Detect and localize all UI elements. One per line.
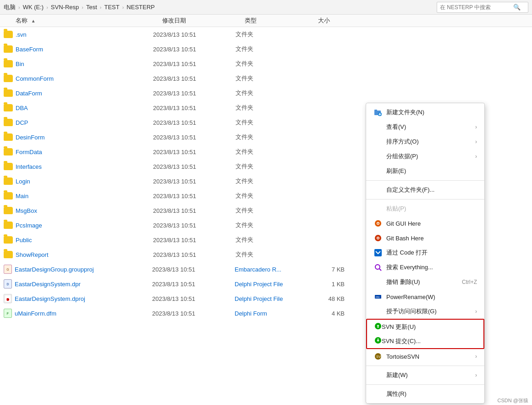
cell-name: .svn (16, 31, 153, 38)
svg-rect-14 (374, 249, 382, 256)
cell-type: 文件夹 (236, 192, 309, 200)
file-icon-dpr: D (4, 279, 12, 288)
col-header-name[interactable]: 名称 ▲ (16, 17, 162, 25)
group-arrow: › (475, 153, 477, 160)
menu-item-undo-delete[interactable]: 撤销 删除(U) Ctrl+Z (366, 275, 484, 289)
cell-name: uMainForm.dfm (15, 310, 152, 317)
folder-icon (4, 236, 13, 244)
menu-item-sort[interactable]: 排序方式(O) › (366, 134, 484, 149)
menu-item-view[interactable]: 查看(V) › (366, 120, 484, 134)
cell-type: 文件夹 (236, 148, 309, 156)
cell-type: 文件夹 (236, 60, 309, 68)
menu-item-git-bash[interactable]: Git Bash Here (366, 231, 484, 245)
menu-item-git-gui[interactable]: Git GUI Here (366, 216, 484, 231)
customize-icon (373, 185, 383, 194)
folder-icon (4, 31, 13, 38)
cell-name: Interfaces (16, 163, 153, 170)
menu-item-refresh[interactable]: 刷新(E) (366, 164, 484, 178)
cell-type: 文件夹 (236, 45, 309, 53)
menu-label-vscode: 通过 Code 打开 (386, 249, 477, 257)
menu-item-tortoisesvn[interactable]: SVN TortoiseSVN › (366, 349, 484, 364)
cell-type: Delphi Project File (235, 281, 308, 288)
menu-sep-4 (366, 384, 484, 385)
menu-item-power-rename[interactable]: PR PowerRename(W) (366, 289, 484, 304)
breadcrumb-item-1[interactable]: WK (E:) (23, 4, 44, 11)
menu-item-new-folder[interactable]: 新建文件夹(N) (366, 105, 484, 120)
svg-rect-4 (374, 110, 377, 111)
cell-name: EastarDesignGroup.groupproj (15, 266, 152, 273)
menu-label-view: 查看(V) (386, 123, 475, 131)
file-row[interactable]: .svn 2023/8/13 10:51 文件夹 (0, 27, 532, 42)
folder-icon (4, 133, 13, 141)
svg-line-16 (379, 269, 381, 271)
file-row[interactable]: DataForm 2023/8/13 10:51 文件夹 (0, 86, 532, 100)
col-header-size[interactable]: 大小 (318, 17, 355, 25)
menu-label-access: 授予访问问权限(G) (386, 307, 475, 316)
col-header-type[interactable]: 类型 (245, 17, 318, 25)
menu-item-vscode[interactable]: 通过 Code 打开 (366, 245, 484, 260)
menu-sep-1 (366, 180, 484, 181)
cell-date: 2023/8/13 10:51 (152, 295, 235, 302)
file-row[interactable]: BaseForm 2023/8/13 10:51 文件夹 (0, 42, 532, 56)
svg-point-15 (375, 265, 380, 269)
breadcrumb-item-5[interactable]: NESTERP (126, 4, 154, 11)
svg-point-13 (378, 238, 379, 239)
cell-type: Embarcadero R... (235, 266, 308, 273)
menu-item-everything[interactable]: 搜索 Everything... (366, 260, 484, 275)
breadcrumb-item-3[interactable]: Test (86, 4, 97, 11)
cell-name: BaseForm (16, 46, 153, 53)
cell-name: Login (16, 178, 153, 185)
menu-label-paste: 粘贴(P) (386, 205, 477, 213)
file-row[interactable]: Bin 2023/8/13 10:51 文件夹 (0, 56, 532, 71)
menu-label-sort: 排序方式(O) (386, 138, 475, 146)
cell-type: Delphi Form (235, 310, 308, 317)
cell-date: 2023/8/13 10:51 (153, 46, 236, 53)
menu-label-everything: 搜索 Everything... (386, 263, 477, 272)
cell-date: 2023/8/13 10:51 (153, 193, 236, 200)
cell-name: ShowReport (16, 251, 153, 258)
undo-icon (373, 277, 383, 287)
col-header-date[interactable]: 修改日期 (162, 17, 245, 25)
cell-name: DCP (16, 119, 153, 126)
file-row[interactable]: CommonForm 2023/8/13 10:51 文件夹 (0, 71, 532, 86)
search-box[interactable]: 🔍 (437, 2, 528, 13)
cell-date: 2023/8/13 10:51 (152, 266, 235, 273)
menu-item-new[interactable]: 新建(W) › (366, 368, 484, 383)
cell-date: 2023/8/13 10:51 (153, 149, 236, 155)
cell-type: 文件夹 (236, 236, 309, 244)
menu-item-paste[interactable]: 粘贴(P) (366, 201, 484, 216)
search-input[interactable] (440, 4, 513, 11)
cell-size: 4 KB (308, 310, 345, 317)
breadcrumb-sep-4: › (122, 5, 124, 10)
menu-item-customize[interactable]: 自定义文件夹(F)... (366, 183, 484, 197)
cell-date: 2023/8/13 10:51 (153, 75, 236, 82)
cell-date: 2023/8/13 10:51 (153, 163, 236, 170)
breadcrumb-item-0[interactable]: 电脑 (4, 3, 16, 11)
svg-text:!: ! (6, 299, 7, 301)
menu-item-access[interactable]: 授予访问问权限(G) › (366, 304, 484, 319)
cell-date: 2023/8/13 10:51 (153, 237, 236, 244)
search-icon[interactable]: 🔍 (513, 4, 521, 11)
power-rename-icon: PR (373, 292, 383, 301)
folder-icon (4, 222, 13, 229)
breadcrumb-item-4[interactable]: TEST (104, 4, 119, 11)
menu-item-svn-update[interactable]: SVN 更新(U) (367, 320, 483, 334)
everything-icon (373, 263, 383, 272)
cell-name: CommonForm (16, 75, 153, 82)
folder-icon (4, 60, 13, 67)
folder-icon (4, 104, 13, 111)
sort-arrow-name: ▲ (31, 18, 36, 23)
context-menu: 新建文件夹(N) 查看(V) › 排序方式(O) › 分组依据(P) › 刷新(… (366, 103, 485, 404)
breadcrumb-item-2[interactable]: SVN-Resp (51, 4, 79, 11)
menu-item-svn-commit[interactable]: SVN 提交(C)... (367, 334, 483, 348)
menu-item-properties[interactable]: 属性(R) (366, 387, 484, 401)
status-bar: CSDN @张猿 (494, 396, 532, 405)
svg-rect-22 (378, 338, 378, 340)
cell-name: DesinForm (16, 134, 153, 141)
svg-text:PR: PR (376, 296, 380, 299)
menu-item-group[interactable]: 分组依据(P) › (366, 149, 484, 164)
folder-icon (4, 119, 13, 126)
cell-type: 文件夹 (236, 250, 309, 259)
folder-icon (4, 251, 13, 258)
cell-type: Delphi Project File (235, 295, 308, 302)
